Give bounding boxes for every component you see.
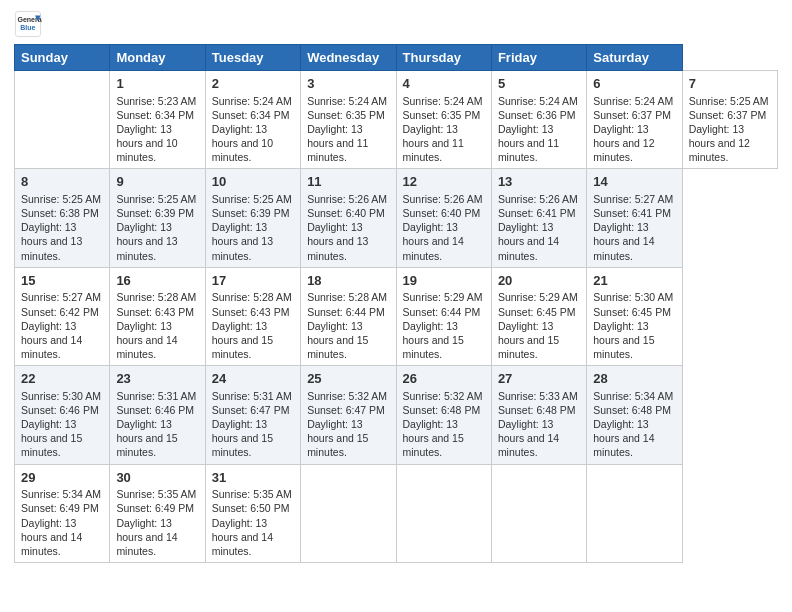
day-info: Sunrise: 5:25 AM [689, 95, 769, 107]
day-info: Sunset: 6:43 PM [116, 306, 194, 318]
day-info: Sunset: 6:49 PM [21, 502, 99, 514]
day-info: Daylight: 13 hours and 14 minutes. [403, 221, 464, 261]
day-info: Sunset: 6:41 PM [593, 207, 671, 219]
day-info: Daylight: 13 hours and 14 minutes. [116, 320, 177, 360]
day-info: Daylight: 13 hours and 11 minutes. [307, 123, 368, 163]
calendar-cell [301, 464, 396, 562]
calendar-cell: 8Sunrise: 5:25 AMSunset: 6:38 PMDaylight… [15, 169, 110, 267]
calendar-cell: 6Sunrise: 5:24 AMSunset: 6:37 PMDaylight… [587, 71, 682, 169]
day-info: Sunset: 6:47 PM [307, 404, 385, 416]
calendar-cell: 27Sunrise: 5:33 AMSunset: 6:48 PMDayligh… [491, 366, 586, 464]
day-info: Daylight: 13 hours and 10 minutes. [116, 123, 177, 163]
logo: General Blue [14, 10, 42, 38]
day-info: Sunset: 6:49 PM [116, 502, 194, 514]
calendar-cell: 10Sunrise: 5:25 AMSunset: 6:39 PMDayligh… [205, 169, 300, 267]
calendar-cell: 3Sunrise: 5:24 AMSunset: 6:35 PMDaylight… [301, 71, 396, 169]
day-info: Sunset: 6:37 PM [593, 109, 671, 121]
day-info: Sunrise: 5:29 AM [403, 291, 483, 303]
day-info: Sunrise: 5:30 AM [21, 390, 101, 402]
calendar-cell: 20Sunrise: 5:29 AMSunset: 6:45 PMDayligh… [491, 267, 586, 365]
calendar-cell: 21Sunrise: 5:30 AMSunset: 6:45 PMDayligh… [587, 267, 682, 365]
calendar-cell: 24Sunrise: 5:31 AMSunset: 6:47 PMDayligh… [205, 366, 300, 464]
day-info: Sunset: 6:35 PM [307, 109, 385, 121]
day-info: Daylight: 13 hours and 13 minutes. [307, 221, 368, 261]
calendar-cell: 9Sunrise: 5:25 AMSunset: 6:39 PMDaylight… [110, 169, 205, 267]
calendar-cell: 7Sunrise: 5:25 AMSunset: 6:37 PMDaylight… [682, 71, 777, 169]
calendar-cell: 31Sunrise: 5:35 AMSunset: 6:50 PMDayligh… [205, 464, 300, 562]
day-info: Sunset: 6:45 PM [498, 306, 576, 318]
day-info: Sunrise: 5:31 AM [116, 390, 196, 402]
day-number: 20 [498, 272, 580, 290]
calendar-table: SundayMondayTuesdayWednesdayThursdayFrid… [14, 44, 778, 563]
day-number: 1 [116, 75, 198, 93]
day-info: Sunset: 6:48 PM [593, 404, 671, 416]
calendar-cell: 16Sunrise: 5:28 AMSunset: 6:43 PMDayligh… [110, 267, 205, 365]
day-info: Sunrise: 5:28 AM [307, 291, 387, 303]
day-info: Sunrise: 5:26 AM [403, 193, 483, 205]
day-info: Sunrise: 5:32 AM [307, 390, 387, 402]
day-info: Sunset: 6:45 PM [593, 306, 671, 318]
calendar-cell: 15Sunrise: 5:27 AMSunset: 6:42 PMDayligh… [15, 267, 110, 365]
calendar-cell: 1Sunrise: 5:23 AMSunset: 6:34 PMDaylight… [110, 71, 205, 169]
week-row-1: 1Sunrise: 5:23 AMSunset: 6:34 PMDaylight… [15, 71, 778, 169]
calendar-cell: 14Sunrise: 5:27 AMSunset: 6:41 PMDayligh… [587, 169, 682, 267]
column-header-friday: Friday [491, 45, 586, 71]
week-row-3: 15Sunrise: 5:27 AMSunset: 6:42 PMDayligh… [15, 267, 778, 365]
day-info: Daylight: 13 hours and 14 minutes. [116, 517, 177, 557]
calendar-cell: 5Sunrise: 5:24 AMSunset: 6:36 PMDaylight… [491, 71, 586, 169]
day-info: Daylight: 13 hours and 14 minutes. [498, 418, 559, 458]
day-info: Sunset: 6:36 PM [498, 109, 576, 121]
day-info: Sunset: 6:42 PM [21, 306, 99, 318]
day-info: Sunrise: 5:26 AM [498, 193, 578, 205]
day-number: 14 [593, 173, 675, 191]
day-number: 23 [116, 370, 198, 388]
day-info: Sunset: 6:39 PM [212, 207, 290, 219]
day-info: Daylight: 13 hours and 15 minutes. [21, 418, 82, 458]
day-info: Sunset: 6:43 PM [212, 306, 290, 318]
day-info: Daylight: 13 hours and 15 minutes. [403, 320, 464, 360]
day-number: 4 [403, 75, 485, 93]
day-number: 22 [21, 370, 103, 388]
day-info: Daylight: 13 hours and 14 minutes. [21, 517, 82, 557]
week-row-5: 29Sunrise: 5:34 AMSunset: 6:49 PMDayligh… [15, 464, 778, 562]
day-info: Sunset: 6:44 PM [307, 306, 385, 318]
day-info: Sunset: 6:39 PM [116, 207, 194, 219]
day-info: Daylight: 13 hours and 10 minutes. [212, 123, 273, 163]
column-header-tuesday: Tuesday [205, 45, 300, 71]
day-number: 13 [498, 173, 580, 191]
day-number: 18 [307, 272, 389, 290]
day-info: Sunrise: 5:24 AM [212, 95, 292, 107]
calendar-cell: 30Sunrise: 5:35 AMSunset: 6:49 PMDayligh… [110, 464, 205, 562]
day-info: Sunset: 6:44 PM [403, 306, 481, 318]
column-header-saturday: Saturday [587, 45, 682, 71]
day-number: 8 [21, 173, 103, 191]
day-number: 5 [498, 75, 580, 93]
day-info: Sunset: 6:41 PM [498, 207, 576, 219]
day-info: Daylight: 13 hours and 15 minutes. [116, 418, 177, 458]
day-info: Sunrise: 5:33 AM [498, 390, 578, 402]
day-info: Sunrise: 5:24 AM [307, 95, 387, 107]
day-number: 7 [689, 75, 771, 93]
day-number: 2 [212, 75, 294, 93]
day-info: Sunset: 6:34 PM [116, 109, 194, 121]
calendar-cell [15, 71, 110, 169]
day-info: Sunrise: 5:35 AM [116, 488, 196, 500]
day-number: 12 [403, 173, 485, 191]
day-number: 26 [403, 370, 485, 388]
calendar-cell [396, 464, 491, 562]
day-info: Sunset: 6:50 PM [212, 502, 290, 514]
day-info: Daylight: 13 hours and 12 minutes. [593, 123, 654, 163]
day-info: Sunset: 6:34 PM [212, 109, 290, 121]
day-info: Sunrise: 5:26 AM [307, 193, 387, 205]
day-info: Sunrise: 5:31 AM [212, 390, 292, 402]
day-number: 11 [307, 173, 389, 191]
calendar-cell: 28Sunrise: 5:34 AMSunset: 6:48 PMDayligh… [587, 366, 682, 464]
calendar-cell: 2Sunrise: 5:24 AMSunset: 6:34 PMDaylight… [205, 71, 300, 169]
day-number: 9 [116, 173, 198, 191]
day-number: 6 [593, 75, 675, 93]
calendar-cell: 17Sunrise: 5:28 AMSunset: 6:43 PMDayligh… [205, 267, 300, 365]
day-info: Sunset: 6:48 PM [403, 404, 481, 416]
day-number: 25 [307, 370, 389, 388]
day-info: Daylight: 13 hours and 15 minutes. [593, 320, 654, 360]
column-header-monday: Monday [110, 45, 205, 71]
